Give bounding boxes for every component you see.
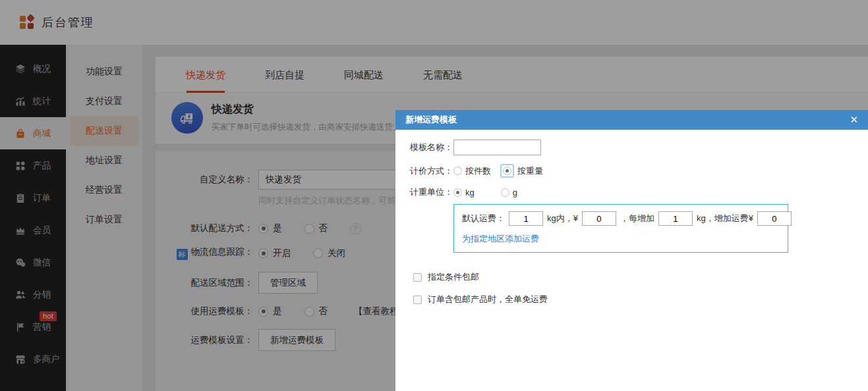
- template-name-input[interactable]: [453, 140, 541, 155]
- focus-ring: [500, 164, 514, 178]
- freight-text-2: ，每增加: [620, 213, 654, 224]
- first-price-input[interactable]: [582, 211, 616, 226]
- freight-text-1: kg内，¥: [547, 213, 578, 224]
- radio-icon: [453, 167, 462, 175]
- add-freight-template-modal: 新增运费模板 ✕ 模板名称： 计价方式： 按件数 按重量 计重单位： kg: [395, 110, 868, 391]
- default-freight-label: 默认运费：: [462, 213, 505, 224]
- first-weight-input[interactable]: [509, 211, 543, 226]
- added-price-input[interactable]: [757, 211, 792, 226]
- modal-header: 新增运费模板 ✕: [395, 110, 868, 130]
- add-region-freight-link[interactable]: 为指定地区添加运费: [462, 233, 539, 245]
- added-weight-input[interactable]: [658, 211, 693, 226]
- free-shipping-whole-order-option[interactable]: 订单含包邮产品时，全单免运费: [413, 294, 855, 305]
- pricing-method-label: 计价方式：: [410, 165, 453, 177]
- weight-unit-label: 计重单位：: [410, 186, 453, 198]
- radio-icon: [501, 188, 509, 197]
- checkbox-icon: [413, 273, 422, 282]
- pricing-by-count-radio[interactable]: 按件数: [453, 165, 491, 177]
- checkbox-icon: [413, 296, 422, 304]
- pricing-by-weight-radio[interactable]: 按重量: [500, 164, 543, 178]
- template-name-label: 模板名称：: [410, 142, 453, 153]
- close-icon[interactable]: ✕: [850, 114, 858, 126]
- freight-text-3: kg，增加运费¥: [697, 213, 753, 224]
- unit-kg-radio[interactable]: kg: [453, 188, 475, 197]
- default-freight-box: 默认运费： kg内，¥ ，每增加 kg，增加运费¥ 为指定地区添加运费: [453, 204, 788, 253]
- unit-g-radio[interactable]: g: [501, 188, 517, 197]
- modal-title: 新增运费模板: [405, 114, 457, 126]
- radio-selected-icon: [453, 188, 462, 197]
- radio-selected-icon: [503, 167, 511, 175]
- conditional-free-shipping-option[interactable]: 指定条件包邮: [413, 271, 855, 283]
